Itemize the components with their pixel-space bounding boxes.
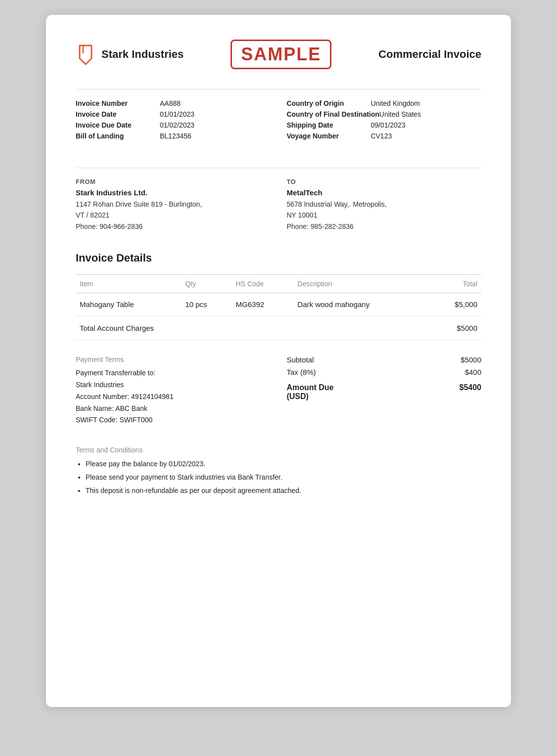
from-label: FROM	[76, 178, 271, 185]
meta-value-country-origin: United Kingdom	[371, 99, 420, 107]
subtotal-row: Subtotal $5000	[286, 356, 481, 364]
to-company: MetalTech	[286, 188, 481, 197]
tax-value: $400	[465, 368, 481, 376]
meta-label-invoice-date: Invoice Date	[76, 110, 160, 118]
meta-value-bill-of-landing: BL123456	[160, 132, 191, 140]
meta-value-shipping-date: 09/01/2023	[371, 121, 405, 129]
meta-label-voyage-number: Voyage Number	[286, 132, 371, 140]
tax-label: Tax (8%)	[286, 368, 316, 376]
cell-total: $5,000	[429, 293, 481, 316]
terms-item-2: Please send your payment to Stark indust…	[86, 472, 481, 483]
amount-due-label: Amount Due(USD)	[286, 383, 333, 401]
table-row: Mahogany Table 10 pcs MG6392 Dark wood m…	[76, 293, 481, 316]
meta-row-voyage-number: Voyage Number CV123	[286, 132, 481, 140]
to-block: TO MetalTech 5678 Industrial Way,. Metro…	[286, 178, 481, 232]
table-header-row: Item Qty HS Code Description Total	[76, 275, 481, 293]
col-header-hs-code: HS Code	[232, 275, 294, 293]
cell-description: Dark wood mahogany	[293, 293, 429, 316]
logo-area: Stark Industries	[76, 44, 184, 66]
cell-qty: 10 pcs	[181, 293, 232, 316]
meta-row-country-origin: Country of Origin United Kingdom	[286, 99, 481, 107]
address-section: FROM Stark Industries Ltd. 1147 Rohan Dr…	[76, 178, 481, 232]
meta-row-invoice-due-date: Invoice Due Date 01/02/2023	[76, 121, 271, 129]
terms-title: Terms and Conditions	[76, 446, 481, 454]
total-charges-row: Total Account Charges $5000	[76, 316, 481, 341]
col-header-description: Description	[293, 275, 429, 293]
meta-left: Invoice Number AA888 Invoice Date 01/01/…	[76, 99, 271, 143]
subtotal-value: $5000	[461, 356, 481, 364]
meta-value-country-destination: United States	[379, 110, 421, 118]
meta-divider	[76, 168, 481, 168]
meta-right: Country of Origin United Kingdom Country…	[286, 99, 481, 143]
meta-value-invoice-date: 01/01/2023	[160, 110, 194, 118]
from-company: Stark Industries Ltd.	[76, 188, 271, 197]
meta-row-bill-of-landing: Bill of Landing BL123456	[76, 132, 271, 140]
logo-icon	[76, 44, 95, 66]
tax-row: Tax (8%) $400	[286, 368, 481, 376]
payment-terms-title: Payment Terms	[76, 356, 271, 363]
invoice-page: Stark Industries SAMPLE Commercial Invoi…	[46, 15, 511, 707]
meta-label-shipping-date: Shipping Date	[286, 121, 371, 129]
cell-item: Mahogany Table	[76, 293, 181, 316]
subtotal-label: Subtotal	[286, 356, 314, 364]
meta-row-invoice-number: Invoice Number AA888	[76, 99, 271, 107]
terms-list: Please pay the balance by 01/02/2023. Pl…	[76, 459, 481, 496]
cell-hs-code: MG6392	[232, 293, 294, 316]
meta-value-voyage-number: CV123	[371, 132, 392, 140]
meta-row-invoice-date: Invoice Date 01/01/2023	[76, 110, 271, 118]
from-address: 1147 Rohan Drive Suite 819 - Burlington,…	[76, 199, 271, 232]
meta-label-country-origin: Country of Origin	[286, 99, 371, 107]
meta-label-country-destination: Country of Final Destination	[286, 110, 379, 118]
total-charges-value: $5000	[457, 324, 477, 332]
to-address: 5678 Industrial Way,. Metropolis,NY 1000…	[286, 199, 481, 232]
sample-badge: SAMPLE	[231, 40, 331, 69]
payment-terms-text: Payment Transferrable to: Stark Industri…	[76, 367, 271, 426]
meta-row-country-destination: Country of Final Destination United Stat…	[286, 110, 481, 118]
meta-value-invoice-number: AA888	[160, 99, 181, 107]
header: Stark Industries SAMPLE Commercial Invoi…	[76, 40, 481, 69]
amount-due-value: $5400	[460, 383, 482, 401]
col-header-item: Item	[76, 275, 181, 293]
payment-summary-section: Payment Terms Payment Transferrable to: …	[76, 356, 481, 426]
meta-label-invoice-due-date: Invoice Due Date	[76, 121, 160, 129]
meta-label-bill-of-landing: Bill of Landing	[76, 132, 160, 140]
payment-terms-block: Payment Terms Payment Transferrable to: …	[76, 356, 271, 426]
meta-section: Invoice Number AA888 Invoice Date 01/01/…	[76, 99, 481, 148]
total-charges-label: Total Account Charges	[80, 324, 154, 332]
amount-due-row: Amount Due(USD) $5400	[286, 380, 481, 401]
terms-item-1: Please pay the balance by 01/02/2023.	[86, 459, 481, 469]
terms-item-3: This deposit is non-refundable as per ou…	[86, 486, 481, 496]
to-label: TO	[286, 178, 481, 185]
summary-block: Subtotal $5000 Tax (8%) $400 Amount Due(…	[286, 356, 481, 426]
from-block: FROM Stark Industries Ltd. 1147 Rohan Dr…	[76, 178, 271, 232]
invoice-table: Item Qty HS Code Description Total Mahog…	[76, 274, 481, 316]
terms-section: Terms and Conditions Please pay the bala…	[76, 446, 481, 496]
meta-row-shipping-date: Shipping Date 09/01/2023	[286, 121, 481, 129]
meta-value-invoice-due-date: 01/02/2023	[160, 121, 194, 129]
col-header-qty: Qty	[181, 275, 232, 293]
meta-label-invoice-number: Invoice Number	[76, 99, 160, 107]
company-name: Stark Industries	[101, 48, 184, 61]
invoice-title: Commercial Invoice	[378, 48, 481, 61]
col-header-total: Total	[429, 275, 481, 293]
invoice-details-title: Invoice Details	[76, 252, 481, 265]
header-divider	[76, 89, 481, 89]
